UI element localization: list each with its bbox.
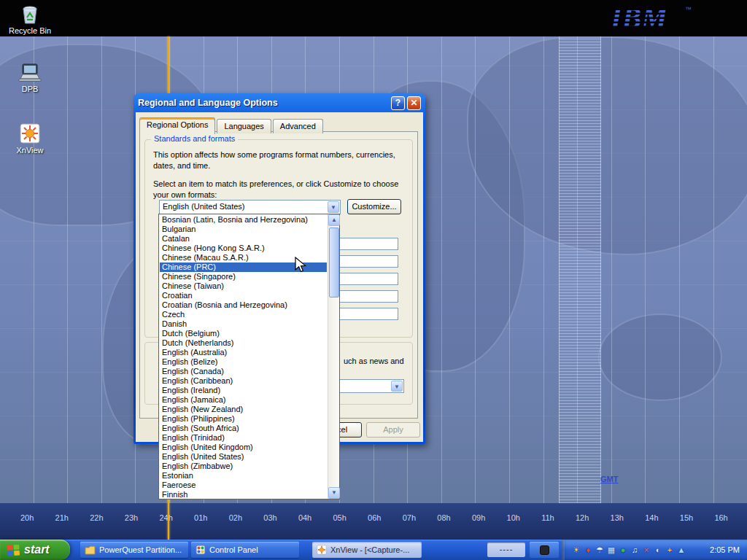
desktop-icon-label: DPB xyxy=(3,85,57,93)
timezone-hour-band: 20h21h22h23h24h01h02h03h04h05h06h07h08h0… xyxy=(0,503,747,540)
language-option[interactable]: English (New Zealand) xyxy=(160,405,327,414)
svg-text:™: ™ xyxy=(685,6,692,13)
hour-label: 24h xyxy=(159,513,172,522)
taskbar-task-xnview[interactable]: XnView - [<Capture-... xyxy=(312,542,422,558)
hour-labels-row: 20h21h22h23h24h01h02h03h04h05h06h07h08h0… xyxy=(20,513,728,522)
taskbar-task-control-panel[interactable]: Control Panel xyxy=(191,542,299,558)
language-option[interactable]: Chinese (Taiwan) xyxy=(160,281,327,291)
start-button-label: start xyxy=(24,543,50,556)
close-button[interactable]: ✕ xyxy=(407,96,421,110)
tab-advanced[interactable]: Advanced xyxy=(273,119,323,133)
language-option[interactable]: English (United Kingdom) xyxy=(160,443,327,452)
desktop-icon-recycle-bin[interactable]: Recycle Bin xyxy=(3,3,57,35)
tray-icon[interactable]: ♫ xyxy=(629,544,640,556)
hour-label: 08h xyxy=(437,513,450,522)
taskbar-clock[interactable]: 2:05 PM xyxy=(710,545,747,554)
tray-icon[interactable]: ● xyxy=(617,544,629,556)
language-option[interactable]: Danish xyxy=(160,319,327,329)
language-option[interactable]: Dutch (Netherlands) xyxy=(160,338,327,348)
tray-icon[interactable]: ◐ xyxy=(652,544,664,556)
language-option[interactable]: English (Philippines) xyxy=(160,414,327,424)
scroll-up-icon[interactable]: ▲ xyxy=(328,214,340,226)
format-combobox[interactable]: English (United States) ▼ xyxy=(159,200,341,214)
language-option[interactable]: Czech xyxy=(160,310,327,319)
desktop-icon-dpb[interactable]: DPB xyxy=(3,63,57,93)
laptop-icon xyxy=(18,63,42,83)
standards-description: This option affects how some programs fo… xyxy=(153,149,398,172)
task-label: PowerQuest Partition... xyxy=(99,545,182,554)
hour-label: 06h xyxy=(368,513,381,522)
language-option[interactable]: Chinese (Singapore) xyxy=(160,272,327,281)
system-tray: ☀♦☂▦●♫×◐+▲ 2:05 PM xyxy=(562,540,747,560)
gmt-label: GMT xyxy=(600,475,618,483)
hour-label: 03h xyxy=(263,513,276,522)
language-option[interactable]: Estonian xyxy=(160,471,327,481)
tray-icon[interactable]: ☀ xyxy=(570,544,582,556)
tray-icon[interactable]: + xyxy=(664,544,676,556)
xnview-icon xyxy=(19,122,41,144)
taskbar-task-powerquest[interactable]: PowerQuest Partition... xyxy=(80,542,188,558)
help-button[interactable]: ? xyxy=(391,96,405,110)
language-option[interactable]: English (Caribbean) xyxy=(160,376,327,386)
hour-label: 14h xyxy=(645,513,658,522)
language-option[interactable]: Faeroese xyxy=(160,481,327,490)
tab-regional-options[interactable]: Regional Options xyxy=(139,117,215,134)
language-option[interactable]: Croatian xyxy=(160,291,327,300)
windows-flag-icon xyxy=(7,543,20,557)
hour-label: 04h xyxy=(298,513,311,522)
apply-button[interactable]: Apply xyxy=(366,422,420,438)
language-option[interactable]: Bulgarian xyxy=(160,225,327,234)
hour-label: 15h xyxy=(680,513,693,522)
tray-icon[interactable]: ♦ xyxy=(582,544,594,556)
language-option[interactable]: Bosnian (Latin, Bosnia and Herzegovina) xyxy=(160,215,327,225)
language-option[interactable]: English (Canada) xyxy=(160,367,327,376)
hour-label: 20h xyxy=(20,513,34,522)
tray-icon[interactable]: ▲ xyxy=(676,544,687,556)
continent-shape xyxy=(598,314,722,401)
dropdown-scrollbar[interactable]: ▲ ▼ xyxy=(328,214,339,499)
chevron-down-icon[interactable]: ▼ xyxy=(391,381,403,392)
hour-label: 13h xyxy=(611,513,624,522)
task-label: XnView - [<Capture-... xyxy=(330,545,409,554)
tray-icon[interactable]: ▦ xyxy=(605,544,617,556)
language-option[interactable]: Catalan xyxy=(160,234,327,244)
language-option[interactable]: English (Jamaica) xyxy=(160,395,327,405)
language-option[interactable]: Chinese (Hong Kong S.A.R.) xyxy=(160,244,327,253)
taskbar-app-button[interactable] xyxy=(530,542,559,558)
highlighted-timezone-column xyxy=(559,36,601,503)
language-option[interactable]: English (Belize) xyxy=(160,357,327,367)
desktop-icon-label: Recycle Bin xyxy=(3,26,57,35)
tray-icon[interactable]: ☂ xyxy=(594,544,605,556)
chevron-down-icon[interactable]: ▼ xyxy=(328,201,339,213)
language-option[interactable]: English (Australia) xyxy=(160,348,327,357)
language-option[interactable]: Croatian (Bosnia and Herzegovina) xyxy=(160,300,327,310)
language-option[interactable]: Chinese (Macau S.A.R.) xyxy=(160,253,327,262)
language-option[interactable]: Finnish xyxy=(160,490,327,498)
format-combobox-value: English (United States) xyxy=(163,202,326,211)
hour-label: 16h xyxy=(714,513,727,522)
folder-icon xyxy=(85,545,96,555)
hour-label: 21h xyxy=(55,513,69,522)
dialog-titlebar[interactable]: Regional and Language Options ? ✕ xyxy=(133,93,425,112)
language-option[interactable]: English (South Africa) xyxy=(160,424,327,433)
desktop-icon-xnview[interactable]: XnView xyxy=(3,122,57,155)
language-option[interactable]: Dutch (Belgium) xyxy=(160,329,327,338)
start-button[interactable]: start xyxy=(0,540,70,560)
language-option[interactable]: Chinese (PRC) xyxy=(160,262,327,272)
taskbar-band-divider[interactable]: ---- xyxy=(487,542,525,557)
language-option[interactable]: English (Trinidad) xyxy=(160,433,327,443)
scrollbar-thumb[interactable] xyxy=(329,228,339,298)
language-option[interactable]: English (United States) xyxy=(160,452,327,462)
hour-label: 05h xyxy=(333,513,346,522)
hour-label: 07h xyxy=(403,513,416,522)
hour-label: 23h xyxy=(125,513,138,522)
xnview-icon xyxy=(317,545,327,555)
tab-languages[interactable]: Languages xyxy=(217,119,271,133)
language-option[interactable]: English (Ireland) xyxy=(160,386,327,395)
language-option[interactable]: English (Zimbabwe) xyxy=(160,462,327,471)
scroll-down-icon[interactable]: ▼ xyxy=(328,487,340,499)
customize-button[interactable]: Customize... xyxy=(347,199,401,214)
group-title: Standards and formats xyxy=(151,134,238,143)
standards-instruction: Select an item to match its preferences,… xyxy=(153,179,407,201)
tray-icon[interactable]: × xyxy=(640,544,652,556)
